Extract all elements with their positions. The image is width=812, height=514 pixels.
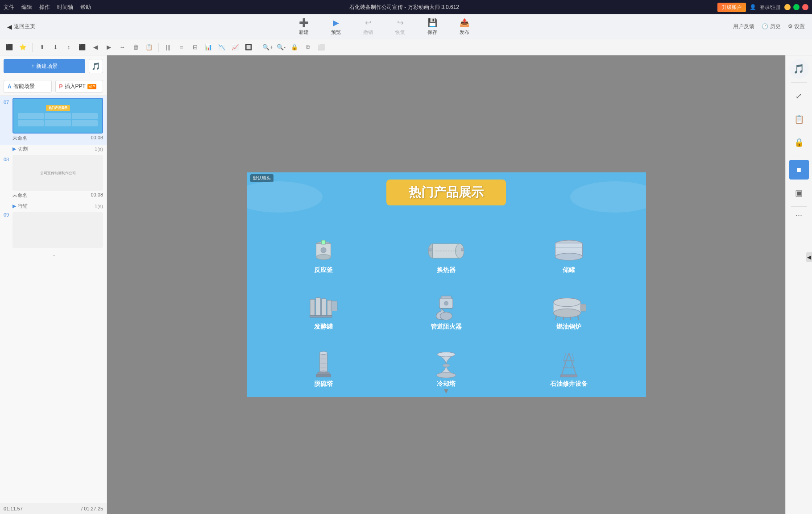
new-scene-button[interactable]: + 新建场景 <box>4 59 85 73</box>
distribute-h[interactable]: ||| <box>162 42 174 53</box>
right-collapse-button[interactable]: ◀ <box>806 252 812 262</box>
align-bottom[interactable]: ⬇ <box>50 42 61 53</box>
align-tool-2[interactable]: ⭐ <box>17 42 29 53</box>
svg-line-31 <box>555 316 556 321</box>
lock-right-button[interactable]: 🔒 <box>789 133 809 152</box>
product-pipe-arrester[interactable]: 管道阻火器 <box>387 279 505 331</box>
main-toolbar: ◀ 返回主页 ➕ 新建 ▶ 预览 ↩ 撤销 ↪ 恢复 💾 保存 📤 发布 用户反… <box>0 14 812 39</box>
close-button[interactable] <box>802 4 808 10</box>
scene-number-08: 08 <box>4 157 9 162</box>
svg-rect-21 <box>331 301 337 311</box>
svg-rect-18 <box>322 299 327 316</box>
menu-bar[interactable]: 文件 编辑 操作 时间轴 帮助 <box>4 4 91 11</box>
right-panel: 🎵 ⤢ 📋 🔒 ■ ▣ ··· ◀ <box>785 55 812 514</box>
svg-rect-30 <box>580 304 586 311</box>
save-button[interactable]: 💾 保存 <box>423 18 441 36</box>
scene-item-07[interactable]: 07 热门产品展示 <box>0 96 107 145</box>
product-desulfur-tower[interactable]: 脱硫塔 <box>265 335 383 388</box>
titlebar: 文件 编辑 操作 时间轴 帮助 石化装备制作公司宣传 - 万彩动画大师 3.0.… <box>0 0 812 14</box>
canvas-container[interactable]: 默认镜头 热门产品展示 <box>107 55 785 514</box>
back-home[interactable]: ◀ 返回主页 <box>7 23 35 30</box>
undo-button[interactable]: ↩ 撤销 <box>359 18 377 36</box>
zoom-out[interactable]: 🔍- <box>275 42 287 53</box>
settings-button[interactable]: ⚙ 设置 <box>788 23 805 30</box>
scene-item-09[interactable]: 09 <box>0 210 107 250</box>
order-3[interactable]: 📈 <box>229 42 241 53</box>
login-button[interactable]: 登录/注册 <box>760 4 781 11</box>
right-divider-2 <box>791 156 807 156</box>
svg-line-34 <box>578 316 579 321</box>
align-h-center[interactable]: ↔ <box>116 42 128 53</box>
order-2[interactable]: 📉 <box>216 42 228 53</box>
props-button[interactable]: ▣ <box>789 183 809 203</box>
time-display: 01:11.57 / 01:27.25 <box>0 503 107 514</box>
secondary-toolbar: ⬛ ⭐ ⬆ ⬇ ↕ ⬛ ◀ ▶ ↔ 🗑 📋 ||| ≡ ⊟ 📊 📉 📈 🔲 🔍+… <box>0 39 812 55</box>
music-note-button[interactable]: 🎵 <box>789 59 809 79</box>
align-tool-3[interactable]: ◀ <box>90 42 101 53</box>
ai-scene-button[interactable]: A 智能场景 <box>4 80 52 93</box>
user-feedback[interactable]: 用户反馈 <box>733 23 754 30</box>
canvas-title[interactable]: 热门产品展示 <box>386 180 506 205</box>
preview-button[interactable]: ▶ 预览 <box>327 18 345 36</box>
walk-transition[interactable]: ▶ 行辅 1(s) <box>0 202 107 210</box>
product-ferment-tank[interactable]: 发酵罐 <box>265 279 383 331</box>
order-tool[interactable]: 📊 <box>203 42 214 53</box>
delete-tool[interactable]: 🗑 <box>130 42 141 53</box>
scene-list: 07 热门产品展示 <box>0 96 107 503</box>
cut-time: 1(s) <box>95 146 103 152</box>
upgrade-button[interactable]: 升级账户 <box>717 3 746 12</box>
svg-point-28 <box>554 298 581 307</box>
oil-well-icon <box>551 351 587 378</box>
ai-ppt-row: A 智能场景 P 插入PPT VIP <box>0 77 107 96</box>
menu-help[interactable]: 帮助 <box>80 4 91 11</box>
music-button[interactable]: 🎵 <box>89 59 103 73</box>
align-tool-4[interactable]: ▶ <box>103 42 115 53</box>
expand-arrow[interactable]: ▼ <box>443 387 450 395</box>
heat-exchanger-icon <box>428 238 464 264</box>
publish-button[interactable]: 📤 发布 <box>456 18 473 36</box>
menu-file[interactable]: 文件 <box>4 4 14 11</box>
product-oil-well[interactable]: 石油修井设备 <box>510 335 628 388</box>
cut-transition[interactable]: ▶ 切割 1(s) <box>0 145 107 153</box>
pipe-arrester-icon <box>428 294 464 321</box>
copy-2[interactable]: ⧉ <box>302 42 314 53</box>
history-button[interactable]: 🕐 历史 <box>762 23 780 30</box>
svg-point-4 <box>321 247 326 253</box>
product-reactor[interactable]: 反应釜 <box>265 221 383 274</box>
product-cooling-tower[interactable]: 冷却塔 <box>387 335 505 388</box>
copy-tool[interactable]: 📋 <box>143 42 155 53</box>
align-v-center[interactable]: ↕ <box>63 42 75 53</box>
distribute-v[interactable]: ≡ <box>176 42 187 53</box>
align-top[interactable]: ⬆ <box>36 42 48 53</box>
align-tool-1[interactable]: ⬛ <box>4 42 15 53</box>
deco-left <box>247 181 323 213</box>
expand-right-button[interactable]: ⤢ <box>789 86 809 106</box>
scene-item-08[interactable]: 08 公司宣传动画制作公司 未命名 00:08 <box>0 153 107 202</box>
insert-ppt-button[interactable]: P 插入PPT VIP <box>55 80 104 93</box>
product-fuel-boiler[interactable]: 燃油锅炉 <box>510 279 628 331</box>
svg-point-29 <box>554 309 581 318</box>
new-button[interactable]: ➕ 新建 <box>295 18 313 36</box>
menu-edit[interactable]: 编辑 <box>21 4 32 11</box>
menu-timeline[interactable]: 时间轴 <box>57 4 73 11</box>
more-button[interactable]: ··· <box>795 210 802 220</box>
menu-ops[interactable]: 操作 <box>39 4 50 11</box>
order-4[interactable]: 🔲 <box>243 42 254 53</box>
walk-label-text: 行辅 <box>18 203 28 209</box>
lock-right-icon: 🔒 <box>794 138 804 147</box>
distribute-tool[interactable]: ⊟ <box>189 42 201 53</box>
window-controls <box>784 4 808 10</box>
product-storage-tank[interactable]: 储罐 <box>510 221 628 274</box>
style-button[interactable]: ■ <box>789 160 809 180</box>
lock-tool[interactable]: 🔒 <box>289 42 300 53</box>
reactor-name: 反应釜 <box>314 266 333 274</box>
align-fill[interactable]: ⬛ <box>76 42 88 53</box>
layers-button[interactable]: 📋 <box>789 109 809 129</box>
zoom-in[interactable]: 🔍+ <box>262 42 273 53</box>
product-heat-exchanger[interactable]: 换热器 <box>387 221 505 274</box>
minimize-button[interactable] <box>784 4 791 10</box>
more-tool[interactable]: ⬜ <box>315 42 327 53</box>
redo-button[interactable]: ↪ 恢复 <box>391 18 409 36</box>
maximize-button[interactable] <box>793 4 800 10</box>
left-panel: + 新建场景 🎵 A 智能场景 P 插入PPT VIP 07 热门产品展示 <box>0 55 107 514</box>
